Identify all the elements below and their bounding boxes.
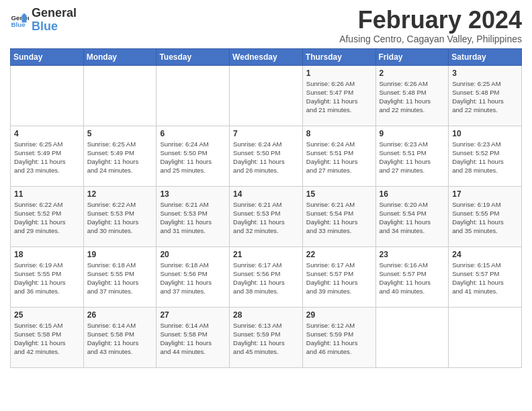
day-number: 8 (306, 129, 372, 138)
day-number: 16 (380, 189, 445, 199)
header-day-saturday: Saturday (449, 48, 522, 65)
calendar-cell: 9Sunrise: 6:23 AM Sunset: 5:51 PM Daylig… (375, 126, 449, 186)
calendar-cell: 20Sunrise: 6:18 AM Sunset: 5:56 PM Dayli… (157, 246, 230, 307)
calendar-cell: 10Sunrise: 6:23 AM Sunset: 5:52 PM Dayli… (449, 126, 522, 186)
header-day-wednesday: Wednesday (230, 48, 303, 65)
day-info: Sunrise: 6:23 AM Sunset: 5:51 PM Dayligh… (380, 140, 445, 175)
calendar-table: SundayMondayTuesdayWednesdayThursdayFrid… (10, 48, 522, 368)
header-day-monday: Monday (83, 48, 157, 65)
day-number: 5 (87, 129, 153, 138)
calendar-cell: 2Sunrise: 6:26 AM Sunset: 5:48 PM Daylig… (375, 65, 449, 126)
calendar-cell: 1Sunrise: 6:26 AM Sunset: 5:47 PM Daylig… (302, 65, 375, 126)
calendar-cell: 29Sunrise: 6:12 AM Sunset: 5:59 PM Dayli… (302, 307, 375, 367)
day-number: 17 (452, 189, 518, 199)
day-info: Sunrise: 6:13 AM Sunset: 5:59 PM Dayligh… (233, 321, 299, 357)
day-number: 3 (452, 68, 518, 78)
day-number: 26 (87, 310, 153, 320)
title-section: February 2024 Afusing Centro, Cagayan Va… (339, 7, 522, 44)
day-info: Sunrise: 6:12 AM Sunset: 5:59 PM Dayligh… (306, 321, 372, 357)
header-day-sunday: Sunday (11, 48, 84, 65)
calendar-cell: 27Sunrise: 6:14 AM Sunset: 5:58 PM Dayli… (157, 307, 230, 367)
calendar-cell: 24Sunrise: 6:15 AM Sunset: 5:57 PM Dayli… (449, 246, 522, 307)
calendar-cell: 6Sunrise: 6:24 AM Sunset: 5:50 PM Daylig… (157, 126, 230, 186)
calendar-cell: 3Sunrise: 6:25 AM Sunset: 5:48 PM Daylig… (449, 65, 522, 126)
calendar-cell: 7Sunrise: 6:24 AM Sunset: 5:50 PM Daylig… (230, 126, 303, 186)
day-number: 27 (160, 310, 226, 320)
day-number: 28 (233, 310, 299, 320)
calendar-cell: 21Sunrise: 6:17 AM Sunset: 5:56 PM Dayli… (230, 246, 303, 307)
day-info: Sunrise: 6:17 AM Sunset: 5:56 PM Dayligh… (233, 261, 299, 296)
calendar-cell: 25Sunrise: 6:15 AM Sunset: 5:58 PM Dayli… (11, 307, 84, 367)
day-info: Sunrise: 6:21 AM Sunset: 5:54 PM Dayligh… (306, 200, 372, 236)
day-info: Sunrise: 6:21 AM Sunset: 5:53 PM Dayligh… (160, 200, 226, 236)
day-info: Sunrise: 6:16 AM Sunset: 5:57 PM Dayligh… (380, 261, 445, 296)
day-info: Sunrise: 6:23 AM Sunset: 5:52 PM Dayligh… (452, 140, 518, 175)
day-info: Sunrise: 6:26 AM Sunset: 5:47 PM Dayligh… (306, 79, 372, 115)
calendar-cell (83, 65, 157, 126)
day-number: 10 (452, 129, 518, 138)
day-number: 19 (87, 250, 153, 259)
calendar-header-row: SundayMondayTuesdayWednesdayThursdayFrid… (11, 48, 522, 65)
week-row-1: 1Sunrise: 6:26 AM Sunset: 5:47 PM Daylig… (11, 65, 522, 126)
header-day-tuesday: Tuesday (157, 48, 230, 65)
week-row-3: 11Sunrise: 6:22 AM Sunset: 5:52 PM Dayli… (11, 186, 522, 246)
day-info: Sunrise: 6:25 AM Sunset: 5:48 PM Dayligh… (452, 79, 518, 115)
day-info: Sunrise: 6:20 AM Sunset: 5:54 PM Dayligh… (380, 200, 445, 236)
calendar-cell: 26Sunrise: 6:14 AM Sunset: 5:58 PM Dayli… (83, 307, 157, 367)
calendar-cell: 23Sunrise: 6:16 AM Sunset: 5:57 PM Dayli… (375, 246, 449, 307)
day-number: 25 (14, 310, 80, 320)
day-info: Sunrise: 6:18 AM Sunset: 5:56 PM Dayligh… (160, 261, 226, 296)
calendar-cell: 16Sunrise: 6:20 AM Sunset: 5:54 PM Dayli… (375, 186, 449, 246)
day-info: Sunrise: 6:15 AM Sunset: 5:58 PM Dayligh… (14, 321, 80, 357)
calendar-cell (157, 65, 230, 126)
day-info: Sunrise: 6:25 AM Sunset: 5:49 PM Dayligh… (87, 140, 153, 175)
day-info: Sunrise: 6:24 AM Sunset: 5:51 PM Dayligh… (306, 140, 372, 175)
calendar-cell: 4Sunrise: 6:25 AM Sunset: 5:49 PM Daylig… (11, 126, 84, 186)
calendar-cell (449, 307, 522, 367)
day-number: 13 (160, 189, 226, 199)
calendar-cell: 8Sunrise: 6:24 AM Sunset: 5:51 PM Daylig… (302, 126, 375, 186)
day-number: 9 (380, 129, 445, 138)
day-number: 29 (306, 310, 372, 320)
day-number: 15 (306, 189, 372, 199)
day-info: Sunrise: 6:14 AM Sunset: 5:58 PM Dayligh… (160, 321, 226, 357)
day-info: Sunrise: 6:19 AM Sunset: 5:55 PM Dayligh… (452, 200, 518, 236)
day-info: Sunrise: 6:22 AM Sunset: 5:52 PM Dayligh… (14, 200, 80, 236)
day-info: Sunrise: 6:26 AM Sunset: 5:48 PM Dayligh… (380, 79, 445, 115)
header-day-friday: Friday (375, 48, 449, 65)
day-number: 2 (380, 68, 445, 78)
calendar-cell (11, 65, 84, 126)
day-number: 6 (160, 129, 226, 138)
day-number: 21 (233, 250, 299, 259)
day-number: 7 (233, 129, 299, 138)
day-number: 14 (233, 189, 299, 199)
calendar-cell: 13Sunrise: 6:21 AM Sunset: 5:53 PM Dayli… (157, 186, 230, 246)
day-info: Sunrise: 6:19 AM Sunset: 5:55 PM Dayligh… (14, 261, 80, 296)
day-number: 12 (87, 189, 153, 199)
day-info: Sunrise: 6:21 AM Sunset: 5:53 PM Dayligh… (233, 200, 299, 236)
calendar-cell: 18Sunrise: 6:19 AM Sunset: 5:55 PM Dayli… (11, 246, 84, 307)
week-row-2: 4Sunrise: 6:25 AM Sunset: 5:49 PM Daylig… (11, 126, 522, 186)
day-info: Sunrise: 6:22 AM Sunset: 5:53 PM Dayligh… (87, 200, 153, 236)
day-info: Sunrise: 6:15 AM Sunset: 5:57 PM Dayligh… (452, 261, 518, 296)
calendar-cell: 11Sunrise: 6:22 AM Sunset: 5:52 PM Dayli… (11, 186, 84, 246)
calendar-cell: 15Sunrise: 6:21 AM Sunset: 5:54 PM Dayli… (302, 186, 375, 246)
calendar-cell: 5Sunrise: 6:25 AM Sunset: 5:49 PM Daylig… (83, 126, 157, 186)
day-info: Sunrise: 6:24 AM Sunset: 5:50 PM Dayligh… (233, 140, 299, 175)
day-number: 1 (306, 68, 372, 78)
day-number: 22 (306, 250, 372, 259)
logo-icon: General Blue (10, 11, 29, 30)
header-day-thursday: Thursday (302, 48, 375, 65)
calendar-subtitle: Afusing Centro, Cagayan Valley, Philippi… (339, 34, 522, 44)
day-number: 20 (160, 250, 226, 259)
calendar-cell: 14Sunrise: 6:21 AM Sunset: 5:53 PM Dayli… (230, 186, 303, 246)
calendar-title: February 2024 (339, 7, 522, 34)
day-info: Sunrise: 6:24 AM Sunset: 5:50 PM Dayligh… (160, 140, 226, 175)
calendar-cell: 17Sunrise: 6:19 AM Sunset: 5:55 PM Dayli… (449, 186, 522, 246)
day-number: 23 (380, 250, 445, 259)
day-number: 24 (452, 250, 518, 259)
day-number: 4 (14, 129, 80, 138)
day-info: Sunrise: 6:14 AM Sunset: 5:58 PM Dayligh… (87, 321, 153, 357)
day-info: Sunrise: 6:18 AM Sunset: 5:55 PM Dayligh… (87, 261, 153, 296)
logo-text: General Blue (32, 7, 77, 34)
